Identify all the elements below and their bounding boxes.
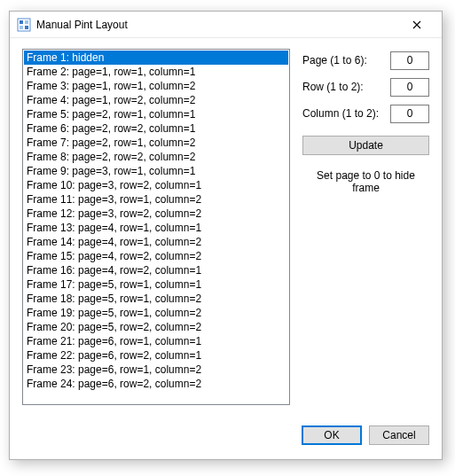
svg-rect-2 (25, 20, 28, 24)
list-item[interactable]: Frame 5: page=2, row=1, column=1 (24, 107, 288, 121)
list-item[interactable]: Frame 15: page=4, row=2, column=2 (24, 249, 288, 263)
list-item[interactable]: Frame 7: page=2, row=1, column=2 (24, 136, 288, 150)
window-title: Manual Pint Layout (36, 19, 399, 31)
list-item[interactable]: Frame 2: page=1, row=1, column=1 (24, 65, 288, 79)
ok-button[interactable]: OK (302, 425, 362, 445)
list-item[interactable]: Frame 24: page=6, row=2, column=2 (24, 377, 288, 391)
cancel-button[interactable]: Cancel (369, 425, 429, 445)
list-item[interactable]: Frame 18: page=5, row=1, column=2 (24, 292, 288, 306)
side-panel: Page (1 to 6): Row (1 to 2): Column (1 t… (302, 49, 429, 413)
page-label: Page (1 to 6): (302, 54, 367, 66)
list-item[interactable]: Frame 16: page=4, row=2, column=1 (24, 263, 288, 277)
dialog-window: Manual Pint Layout Frame 1: hiddenFrame … (9, 11, 443, 460)
column-input[interactable] (390, 105, 429, 123)
hint-text: Set page to 0 to hide frame (302, 169, 429, 194)
row-label: Row (1 to 2): (302, 81, 364, 93)
svg-rect-3 (20, 26, 23, 29)
list-item[interactable]: Frame 6: page=2, row=2, column=1 (24, 121, 288, 136)
list-item[interactable]: Frame 3: page=1, row=1, column=2 (24, 79, 288, 93)
update-button[interactable]: Update (302, 136, 429, 155)
list-item[interactable]: Frame 21: page=6, row=1, column=1 (24, 334, 288, 348)
list-item[interactable]: Frame 17: page=5, row=1, column=1 (24, 277, 288, 292)
column-label: Column (1 to 2): (302, 107, 379, 120)
page-input[interactable] (390, 51, 429, 70)
list-item[interactable]: Frame 22: page=6, row=2, column=1 (24, 348, 288, 363)
svg-rect-1 (20, 20, 23, 24)
list-item[interactable]: Frame 14: page=4, row=1, column=2 (24, 235, 288, 249)
list-item[interactable]: Frame 13: page=4, row=1, column=1 (24, 221, 288, 235)
list-item[interactable]: Frame 4: page=1, row=2, column=2 (24, 93, 288, 107)
app-icon (17, 18, 31, 32)
list-item[interactable]: Frame 9: page=3, row=1, column=1 (24, 164, 288, 178)
titlebar: Manual Pint Layout (10, 12, 442, 38)
svg-rect-4 (25, 26, 28, 29)
list-item[interactable]: Frame 11: page=3, row=1, column=2 (24, 192, 288, 207)
list-item[interactable]: Frame 10: page=3, row=2, column=1 (24, 178, 288, 192)
frame-listbox[interactable]: Frame 1: hiddenFrame 2: page=1, row=1, c… (22, 49, 290, 405)
list-item[interactable]: Frame 8: page=2, row=2, column=2 (24, 150, 288, 164)
close-button[interactable] (399, 12, 435, 37)
dialog-footer: OK Cancel (10, 420, 442, 459)
row-input[interactable] (390, 78, 429, 97)
list-item[interactable]: Frame 19: page=5, row=1, column=2 (24, 306, 288, 320)
list-item[interactable]: Frame 12: page=3, row=2, column=2 (24, 207, 288, 221)
list-item[interactable]: Frame 23: page=6, row=1, column=2 (24, 363, 288, 377)
list-item[interactable]: Frame 20: page=5, row=2, column=2 (24, 320, 288, 334)
list-item[interactable]: Frame 1: hidden (24, 51, 288, 65)
